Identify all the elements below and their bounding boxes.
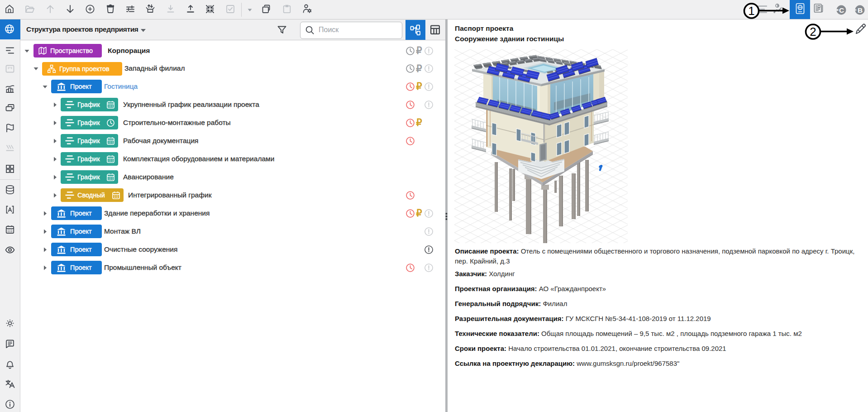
- svg-text:2: 2: [810, 25, 816, 38]
- svg-text:1: 1: [748, 4, 754, 18]
- svg-text:B: B: [858, 6, 863, 14]
- svg-text:C: C: [839, 6, 844, 14]
